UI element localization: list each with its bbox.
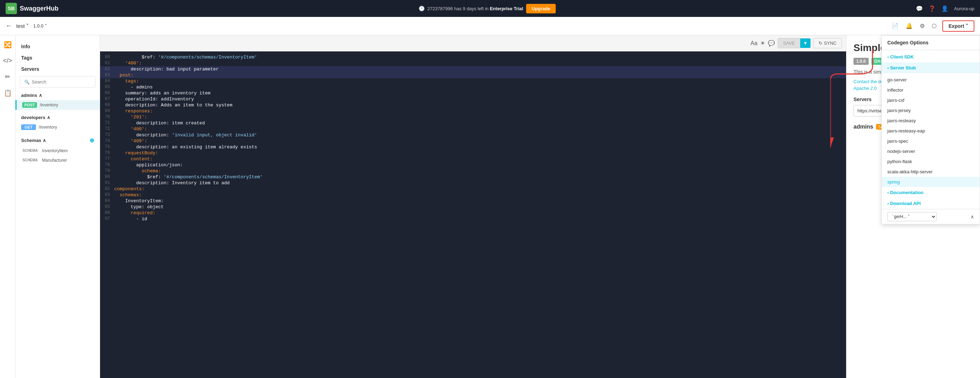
get-badge: GET	[21, 124, 36, 130]
code-line-84: 84 InventoryItem:	[100, 198, 846, 204]
code-line-76: 76 requestBody:	[100, 150, 846, 156]
code-icon[interactable]: </>	[2, 56, 13, 66]
document-icon[interactable]: 📄	[890, 21, 900, 31]
sync-button[interactable]: ↻ SYNC	[813, 38, 842, 48]
codegen-dropdown: Codegen Options ‹ Client SDK ‹ Server St…	[881, 35, 980, 224]
edit-icon[interactable]: ✏	[3, 71, 12, 82]
code-line-74: 74 '409':	[100, 138, 846, 144]
schemas-group: Schemas ∧ ⊕ SCHEMA InventoryItem SCHEMA …	[16, 135, 100, 165]
sync-icon: ↻	[819, 41, 822, 46]
nav-item-schema-manufacturer[interactable]: SCHEMA Manufacturer	[16, 156, 100, 165]
developers-group-title[interactable]: developers ∧	[16, 113, 100, 122]
spring-label: spring	[887, 179, 900, 184]
save-button-group: SAVE ▼	[778, 38, 810, 48]
upgrade-button[interactable]: Upgrade	[526, 4, 556, 13]
project-name[interactable]: test ˅	[16, 23, 29, 29]
post-badge: POST	[22, 102, 37, 108]
trial-info: 🕐 2723787996 has 9 days left in Enterpri…	[418, 4, 556, 13]
bell-icon[interactable]: 🔔	[904, 21, 914, 31]
servers-header[interactable]: Servers	[16, 64, 100, 75]
code-editor[interactable]: 60 $ref: '#/components/schemas/Inventory…	[100, 51, 846, 378]
search-box[interactable]: 🔍	[20, 76, 95, 88]
code-line-87: 87 - id	[100, 216, 846, 222]
code-line-78: 78 application/json:	[100, 162, 846, 168]
export-button[interactable]: Export ˅	[942, 21, 974, 32]
codegen-item-jaxrs-jersey[interactable]: jaxrs-jersey	[882, 105, 980, 116]
post-inventory-path: /inventory	[40, 103, 58, 108]
schemas-group-title[interactable]: Schemas ∧ ⊕	[16, 135, 100, 146]
admins-group-title[interactable]: admins ∧	[16, 91, 100, 100]
schema-manufacturer-name: Manufacturer	[42, 158, 67, 163]
back-button[interactable]: ←	[6, 22, 12, 30]
version-selector[interactable]: 1.0.0 ˅	[33, 23, 47, 29]
code-line-72: 72 '400':	[100, 126, 846, 132]
nav-right: 💬 ❓ 👤 Aurora-up	[916, 5, 974, 12]
codegen-item-jaxrs-spec[interactable]: jaxrs-spec	[882, 136, 980, 146]
code-line-75: 75 description: an existing item already…	[100, 144, 846, 150]
code-line-60: 60 $ref: '#/components/schemas/Inventory…	[100, 54, 846, 60]
code-line-61: 61 '400':	[100, 60, 846, 66]
search-input[interactable]	[32, 79, 91, 84]
routing-icon[interactable]: 🔀	[2, 40, 13, 50]
info-header[interactable]: Info	[16, 41, 100, 52]
code-line-64: 64 tags:	[100, 78, 846, 84]
save-button[interactable]: SAVE	[778, 38, 800, 48]
nav-document-icon[interactable]: 📋	[2, 88, 13, 98]
codegen-item-jaxrs-resteasy-eap[interactable]: jaxrs-resteasy-eap	[882, 126, 980, 136]
gear-icon[interactable]: ⚙	[918, 21, 926, 31]
codegen-server-row: ˋgerH... ˅ ∧	[882, 209, 980, 224]
version-badge: 1.0.0	[853, 58, 869, 65]
codegen-collapse-icon[interactable]: ∧	[970, 214, 974, 219]
codegen-item-scala-akka[interactable]: scala-akka-http-server	[882, 167, 980, 177]
codegen-item-jaxrs-cxf[interactable]: jaxrs-cxf	[882, 95, 980, 105]
top-navbar: SB SwaggerHub 🕐 2723787996 has 9 days le…	[0, 0, 980, 17]
help-icon[interactable]: ❓	[929, 5, 935, 12]
code-line-85: 85 type: object	[100, 204, 846, 210]
documentation-label[interactable]: ‹ Documentation	[882, 187, 980, 198]
codegen-item-spring[interactable]: spring	[882, 177, 980, 187]
nav-item-get-inventory[interactable]: GET /inventory	[16, 122, 100, 132]
client-sdk-label[interactable]: ‹ Client SDK	[882, 51, 980, 62]
theme-icon[interactable]: ☀	[760, 40, 765, 46]
add-schema-icon[interactable]: ⊕	[89, 137, 94, 144]
user-icon[interactable]: 👤	[941, 5, 948, 12]
code-line-70: 70 '201':	[100, 114, 846, 120]
code-line-65: 65 - admins	[100, 84, 846, 90]
code-line-69: 69 responses:	[100, 108, 846, 114]
comment-icon[interactable]: 💬	[768, 40, 775, 46]
code-line-68: 68 description: Adds an item to the syst…	[100, 102, 846, 108]
code-line-62: 62 description: bad input parameter	[100, 66, 846, 72]
get-inventory-path: /inventory	[39, 125, 57, 130]
save-dropdown-button[interactable]: ▼	[800, 38, 810, 48]
codegen-item-jaxrs-resteasy[interactable]: jaxrs-resteasy	[882, 116, 980, 126]
codegen-client-section: ‹ Client SDK ‹ Server Stub	[882, 50, 980, 75]
code-line-66: 66 summary: adds an inventory item	[100, 90, 846, 96]
codegen-item-nodejs-server[interactable]: nodejs-server	[882, 146, 980, 156]
project-nav: ← test ˅ 1.0.0 ˅	[6, 22, 47, 30]
code-line-77: 77 content:	[100, 156, 846, 162]
font-icon[interactable]: Aa	[751, 40, 758, 46]
username-label: Aurora-up	[954, 6, 974, 11]
download-api-label[interactable]: ‹ Download API	[882, 198, 980, 209]
codegen-item-inflector[interactable]: inflector	[882, 85, 980, 95]
codegen-server-select[interactable]: ˋgerH... ˅	[887, 212, 937, 221]
code-line-82: 82 components:	[100, 186, 846, 192]
editor-toolbar: Aa ☀ 💬 SAVE ▼ ↻ SYNC	[100, 35, 846, 51]
share-icon[interactable]: ⬡	[930, 21, 938, 31]
icon-sidebar: 🔀 </> ✏ 📋	[0, 35, 16, 378]
chat-icon[interactable]: 💬	[916, 5, 923, 12]
codegen-list: go-server inflector jaxrs-cxf jaxrs-jers…	[882, 75, 980, 187]
schema-inventoryitem-name: InventoryItem	[42, 148, 68, 153]
logo-area: SB SwaggerHub	[6, 3, 59, 14]
server-stub-label[interactable]: ‹ Server Stub	[882, 62, 980, 73]
code-line-67: 67 operationId: addInventory	[100, 96, 846, 102]
tags-header[interactable]: Tags	[16, 52, 100, 64]
codegen-item-go-server[interactable]: go-server	[882, 75, 980, 85]
code-line-71: 71 description: item created	[100, 120, 846, 126]
nav-item-schema-inventoryitem[interactable]: SCHEMA InventoryItem	[16, 146, 100, 156]
code-editor-panel: Aa ☀ 💬 SAVE ▼ ↻ SYNC 60 $ref: '#/compone…	[100, 35, 846, 378]
nav-item-post-inventory[interactable]: POST /inventory	[16, 100, 100, 110]
codegen-item-python-flask[interactable]: python-flask	[882, 156, 980, 167]
app-name: SwaggerHub	[20, 5, 59, 12]
schema-badge-1: SCHEMA	[21, 148, 39, 153]
